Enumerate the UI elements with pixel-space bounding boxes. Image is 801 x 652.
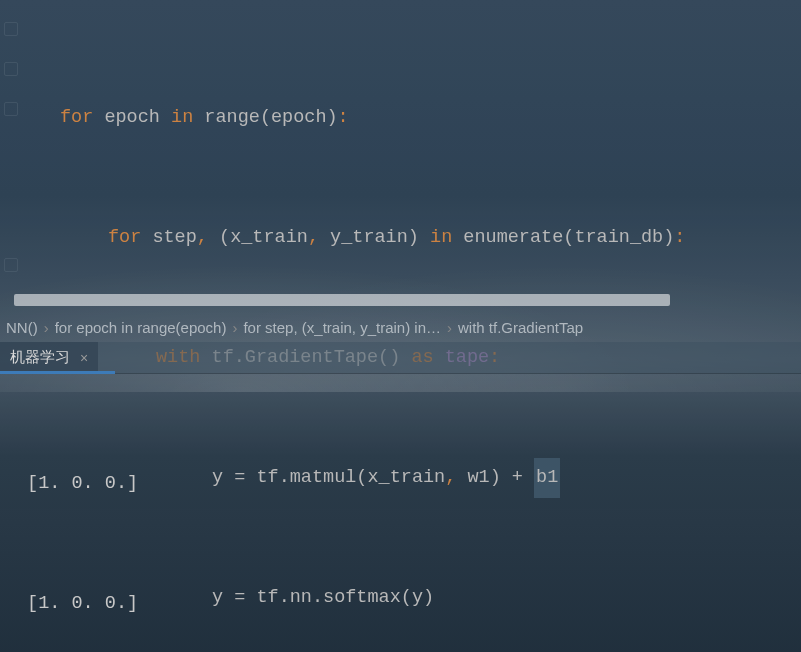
identifier: y_train [330, 227, 408, 248]
identifier: enumerate [452, 227, 563, 248]
close-icon[interactable]: × [80, 350, 88, 366]
output-line: [1. 0. 0.] [16, 584, 801, 624]
paren: ( [260, 107, 271, 128]
keyword: in [430, 227, 452, 248]
comma: , [308, 227, 330, 248]
panel-tabs: 机器学习 × [0, 342, 801, 374]
paren: ( [563, 227, 574, 248]
colon: : [338, 107, 349, 128]
identifier: range [193, 107, 260, 128]
gutter-mark-icon [4, 102, 18, 116]
identifier: x_train [230, 227, 308, 248]
gutter [0, 0, 22, 312]
identifier: train_db [574, 227, 663, 248]
identifier: step [141, 227, 197, 248]
output-line: [1. 0. 0.] [16, 464, 801, 504]
panel-tab-active[interactable]: 机器学习 × [0, 342, 98, 373]
identifier: epoch [93, 107, 171, 128]
chevron-right-icon: › [447, 319, 452, 336]
breadcrumb-item[interactable]: with tf.GradientTap [458, 319, 583, 336]
gutter-mark-icon [4, 22, 18, 36]
paren: ( [219, 227, 230, 248]
gutter-mark-icon [4, 258, 18, 272]
paren: ) [663, 227, 674, 248]
chevron-right-icon: › [44, 319, 49, 336]
breadcrumb-item[interactable]: for step, (x_train, y_train) in… [243, 319, 441, 336]
horizontal-scrollbar[interactable] [14, 294, 670, 306]
code-editor[interactable]: for epoch in range(epoch): for step, (x_… [0, 0, 801, 312]
code-line[interactable]: for epoch in range(epoch): [60, 98, 801, 138]
comma: , [197, 227, 219, 248]
gutter-mark-icon [4, 62, 18, 76]
code-line[interactable]: for step, (x_train, y_train) in enumerat… [60, 218, 801, 258]
breadcrumb[interactable]: NN() › for epoch in range(epoch) › for s… [0, 312, 801, 342]
identifier: epoch [271, 107, 327, 128]
paren: ) [408, 227, 430, 248]
breadcrumb-item[interactable]: for epoch in range(epoch) [55, 319, 227, 336]
breadcrumb-item[interactable]: NN() [6, 319, 38, 336]
panel-tab-label: 机器学习 [10, 348, 70, 367]
colon: : [674, 227, 685, 248]
keyword: for [60, 107, 93, 128]
paren: ) [327, 107, 338, 128]
output-panel[interactable]: [1. 0. 0.] [1. 0. 0.] [0. 1. 0.] [0. 0. … [0, 374, 801, 652]
keyword: in [171, 107, 193, 128]
chevron-right-icon: › [232, 319, 237, 336]
keyword: for [108, 227, 141, 248]
